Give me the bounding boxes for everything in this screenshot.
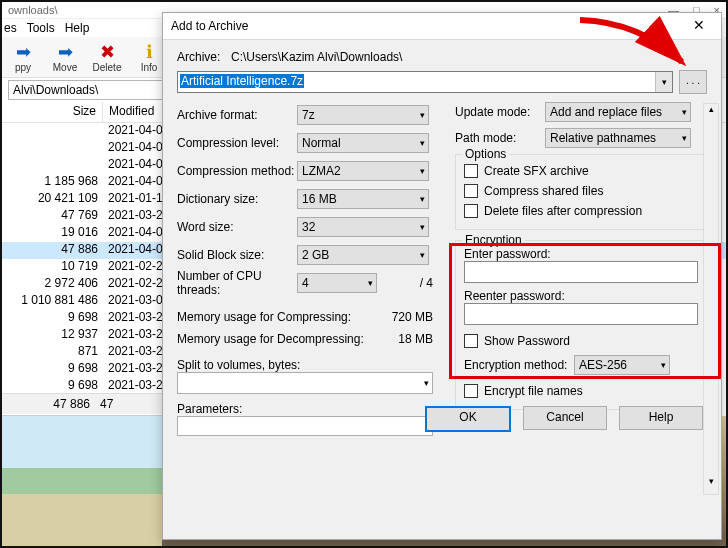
split-input[interactable]: ▾ xyxy=(177,372,433,394)
level-label: Compression level: xyxy=(177,136,297,150)
cpu-total: / 4 xyxy=(420,276,433,290)
archive-folder-path: C:\Users\Kazim Alvi\Downloads\ xyxy=(231,50,402,64)
fm-title: ownloads\ xyxy=(8,2,58,18)
enc-method-select[interactable]: AES-256▾ xyxy=(574,355,670,375)
ok-button[interactable]: OK xyxy=(425,406,511,432)
toolbar-button[interactable]: ➡Move xyxy=(46,42,84,73)
method-select[interactable]: LZMA2▾ xyxy=(297,161,429,181)
chevron-down-icon: ▾ xyxy=(661,360,666,370)
enc-method-label: Encryption method: xyxy=(464,358,574,372)
options-group: Options Create SFX archive Compress shar… xyxy=(455,154,707,230)
block-select[interactable]: 2 GB▾ xyxy=(297,245,429,265)
update-label: Update mode: xyxy=(455,105,545,119)
delete-checkbox[interactable]: Delete files after compression xyxy=(464,201,698,221)
chevron-down-icon: ▾ xyxy=(420,110,425,120)
split-label: Split to volumes, bytes: xyxy=(177,358,433,372)
scrollbar[interactable]: ▴ ▾ xyxy=(703,103,719,495)
toolbar-button[interactable]: ➡ppy xyxy=(4,42,42,73)
pathmode-select[interactable]: Relative pathnames▾ xyxy=(545,128,691,148)
options-title: Options xyxy=(462,147,509,161)
add-to-archive-dialog: Add to Archive ✕ Archive: C:\Users\Kazim… xyxy=(162,12,722,540)
chevron-down-icon: ▾ xyxy=(368,278,373,288)
params-label: Parameters: xyxy=(177,402,433,416)
sfx-checkbox[interactable]: Create SFX archive xyxy=(464,161,698,181)
params-input[interactable] xyxy=(177,416,433,436)
background-image xyxy=(2,415,162,546)
update-select[interactable]: Add and replace files▾ xyxy=(545,102,691,122)
dict-select[interactable]: 16 MB▾ xyxy=(297,189,429,209)
browse-button[interactable]: . . . xyxy=(679,70,707,94)
chevron-down-icon: ▾ xyxy=(682,133,687,143)
format-label: Archive format: xyxy=(177,108,297,122)
word-label: Word size: xyxy=(177,220,297,234)
chevron-down-icon: ▾ xyxy=(420,222,425,232)
reenter-pw-input[interactable] xyxy=(464,303,698,325)
help-button[interactable]: Help xyxy=(619,406,703,430)
cpu-label: Number of CPU threads: xyxy=(177,269,297,297)
cpu-select[interactable]: 4▾ xyxy=(297,273,377,293)
format-select[interactable]: 7z▾ xyxy=(297,105,429,125)
encryption-group: Encryption Enter password: Reenter passw… xyxy=(455,240,707,410)
chevron-down-icon: ▾ xyxy=(420,250,425,260)
level-select[interactable]: Normal▾ xyxy=(297,133,429,153)
col-size[interactable]: Size xyxy=(2,102,103,122)
dict-label: Dictionary size: xyxy=(177,192,297,206)
archive-name-value: Artificial Intelligence.7z xyxy=(180,74,304,88)
block-label: Solid Block size: xyxy=(177,248,297,262)
chevron-down-icon: ▾ xyxy=(420,138,425,148)
enter-pw-label: Enter password: xyxy=(464,247,698,261)
memc-label: Memory usage for Compressing: xyxy=(177,310,351,324)
archive-label: Archive: xyxy=(177,50,227,64)
method-label: Compression method: xyxy=(177,164,297,178)
pathmode-label: Path mode: xyxy=(455,131,545,145)
chevron-down-icon: ▾ xyxy=(420,194,425,204)
toolbar-button[interactable]: ✖Delete xyxy=(88,42,126,73)
encrypt-names-checkbox[interactable]: Encrypt file names xyxy=(464,381,698,401)
chevron-down-icon: ▾ xyxy=(424,378,429,388)
shared-checkbox[interactable]: Compress shared files xyxy=(464,181,698,201)
memd-value: 18 MB xyxy=(398,332,433,346)
dialog-title: Add to Archive xyxy=(171,19,248,33)
menu-item[interactable]: es xyxy=(4,21,17,35)
memc-value: 720 MB xyxy=(392,310,433,324)
menu-item[interactable]: Tools xyxy=(27,21,55,35)
show-pw-checkbox[interactable]: Show Password xyxy=(464,331,698,351)
menu-item[interactable]: Help xyxy=(65,21,90,35)
chevron-down-icon[interactable]: ▾ xyxy=(655,72,672,92)
path-text: Alvi\Downloads\ xyxy=(13,83,98,97)
enter-pw-input[interactable] xyxy=(464,261,698,283)
statusbar: 47 88647 xyxy=(2,393,166,414)
reenter-pw-label: Reenter password: xyxy=(464,289,698,303)
chevron-down-icon: ▾ xyxy=(420,166,425,176)
cancel-button[interactable]: Cancel xyxy=(523,406,607,430)
word-select[interactable]: 32▾ xyxy=(297,217,429,237)
memd-label: Memory usage for Decompressing: xyxy=(177,332,364,346)
encryption-title: Encryption xyxy=(462,233,525,247)
dialog-close-button[interactable]: ✕ xyxy=(685,16,713,36)
archive-name-input[interactable]: Artificial Intelligence.7z ▾ xyxy=(177,71,673,93)
chevron-down-icon: ▾ xyxy=(682,107,687,117)
